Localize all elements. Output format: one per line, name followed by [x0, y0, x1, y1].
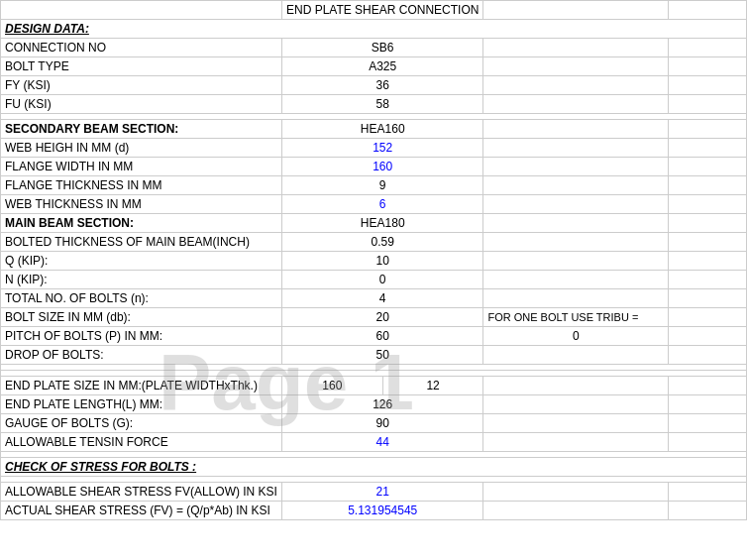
- row-extra2: [669, 233, 747, 252]
- table-row: DROP OF BOLTS: 50: [1, 346, 747, 365]
- row-extra2: [669, 289, 747, 308]
- row-value: 0.59: [281, 233, 482, 252]
- row-extra2: [669, 95, 747, 114]
- row-extra: [483, 195, 669, 214]
- table-row: SECONDARY BEAM SECTION: HEA160: [1, 120, 747, 139]
- row-label: FY (KSI): [1, 76, 282, 95]
- row-extra2: [669, 395, 747, 414]
- row-label: END PLATE SIZE IN MM:(PLATE WIDTHxThk.): [1, 377, 282, 395]
- table-row: FY (KSI) 36: [1, 76, 747, 95]
- row-label: GAUGE OF BOLTS (G):: [1, 414, 282, 433]
- row-value: 4: [281, 289, 482, 308]
- row-extra2: [669, 252, 747, 271]
- row-label: PITCH OF BOLTS (P) IN MM:: [1, 327, 282, 346]
- row-value: 160: [281, 377, 382, 395]
- table-row: PITCH OF BOLTS (P) IN MM: 60 0: [1, 327, 747, 346]
- row-value: 60: [281, 327, 482, 346]
- row-label: ALLOWABLE TENSIN FORCE: [1, 433, 282, 452]
- row-value: HEA160: [281, 120, 482, 139]
- row-extra: [483, 158, 669, 176]
- row-extra: [483, 346, 669, 365]
- row-extra2: [669, 346, 747, 365]
- table-row: MAIN BEAM SECTION: HEA180: [1, 214, 747, 233]
- row-extra: [483, 433, 669, 452]
- row-extra2: [669, 158, 747, 176]
- row-extra: [483, 214, 669, 233]
- row-extra: [483, 139, 669, 158]
- row-extra2: [669, 176, 747, 195]
- row-value: 36: [281, 76, 482, 95]
- row-value: SB6: [281, 39, 482, 57]
- row-extra: [483, 377, 669, 395]
- main-table: END PLATE SHEAR CONNECTION DESIGN DATA: …: [0, 0, 747, 520]
- table-row: WEB THICKNESS IN MM 6: [1, 195, 747, 214]
- row-extra: [483, 39, 669, 57]
- row-value: 50: [281, 346, 482, 365]
- row-value: A325: [281, 57, 482, 76]
- design-data-row: DESIGN DATA:: [1, 20, 747, 39]
- table-row: Q (KIP): 10: [1, 252, 747, 271]
- table-row: WEB HEIGH IN MM (d) 152: [1, 139, 747, 158]
- row-extra2: [669, 39, 747, 57]
- row-label: Q (KIP):: [1, 252, 282, 271]
- row-extra: [483, 176, 669, 195]
- row-value2: 12: [382, 377, 483, 395]
- row-value: 44: [281, 433, 482, 452]
- row-extra: [483, 233, 669, 252]
- table-row: BOLTED THICKNESS OF MAIN BEAM(INCH) 0.59: [1, 233, 747, 252]
- row-extra: [483, 483, 669, 502]
- row-label: ACTUAL SHEAR STRESS (FV) = (Q/p*Ab) IN K…: [1, 502, 282, 520]
- row-extra: [483, 271, 669, 289]
- table-row: BOLT TYPE A325: [1, 57, 747, 76]
- row-value: 152: [281, 139, 482, 158]
- row-extra: [483, 395, 669, 414]
- table-row: FU (KSI) 58: [1, 95, 747, 114]
- table-row: CONNECTION NO SB6: [1, 39, 747, 57]
- row-label: TOTAL NO. OF BOLTS (n):: [1, 289, 282, 308]
- header-empty-right2: [669, 1, 747, 20]
- row-value: 5.131954545: [281, 502, 482, 520]
- row-label: BOLTED THICKNESS OF MAIN BEAM(INCH): [1, 233, 282, 252]
- row-label: BOLT TYPE: [1, 57, 282, 76]
- table-row: TOTAL NO. OF BOLTS (n): 4: [1, 289, 747, 308]
- row-label: ALLOWABLE SHEAR STRESS FV(ALLOW) IN KSI: [1, 483, 282, 502]
- row-extra2: [669, 433, 747, 452]
- header-empty-right1: [483, 1, 669, 20]
- row-value: 0: [281, 271, 482, 289]
- row-value: 126: [281, 395, 482, 414]
- table-row: ALLOWABLE SHEAR STRESS FV(ALLOW) IN KSI …: [1, 483, 747, 502]
- row-extra2: [669, 377, 747, 395]
- row-value: 58: [281, 95, 482, 114]
- row-extra: [483, 120, 669, 139]
- row-extra2: [669, 120, 747, 139]
- header-title: END PLATE SHEAR CONNECTION: [281, 1, 482, 20]
- row-label: DROP OF BOLTS:: [1, 346, 282, 365]
- table-row: BOLT SIZE IN MM (db): 20 FOR ONE BOLT US…: [1, 308, 747, 327]
- design-data-label: DESIGN DATA:: [1, 20, 747, 39]
- table-row: GAUGE OF BOLTS (G): 90: [1, 414, 747, 433]
- row-label: FLANGE WIDTH IN MM: [1, 158, 282, 176]
- row-label: MAIN BEAM SECTION:: [1, 214, 282, 233]
- row-label: FU (KSI): [1, 95, 282, 114]
- row-label: END PLATE LENGTH(L) MM:: [1, 395, 282, 414]
- row-extra: [483, 414, 669, 433]
- row-extra2: [669, 327, 747, 346]
- row-value: 160: [281, 158, 482, 176]
- row-value: 21: [281, 483, 482, 502]
- row-extra: [483, 76, 669, 95]
- row-extra2: [669, 483, 747, 502]
- table-row: FLANGE THICKNESS IN MM 9: [1, 176, 747, 195]
- row-value: 9: [281, 176, 482, 195]
- row-extra: [483, 502, 669, 520]
- table-row: ALLOWABLE TENSIN FORCE 44: [1, 433, 747, 452]
- row-value: 10: [281, 252, 482, 271]
- row-extra2: [669, 57, 747, 76]
- row-value: 6: [281, 195, 482, 214]
- header-empty-left: [1, 1, 282, 20]
- header-row: END PLATE SHEAR CONNECTION: [1, 1, 747, 20]
- row-label: BOLT SIZE IN MM (db):: [1, 308, 282, 327]
- row-label: FLANGE THICKNESS IN MM: [1, 176, 282, 195]
- row-extra: [483, 289, 669, 308]
- row-label: N (KIP):: [1, 271, 282, 289]
- row-label: WEB THICKNESS IN MM: [1, 195, 282, 214]
